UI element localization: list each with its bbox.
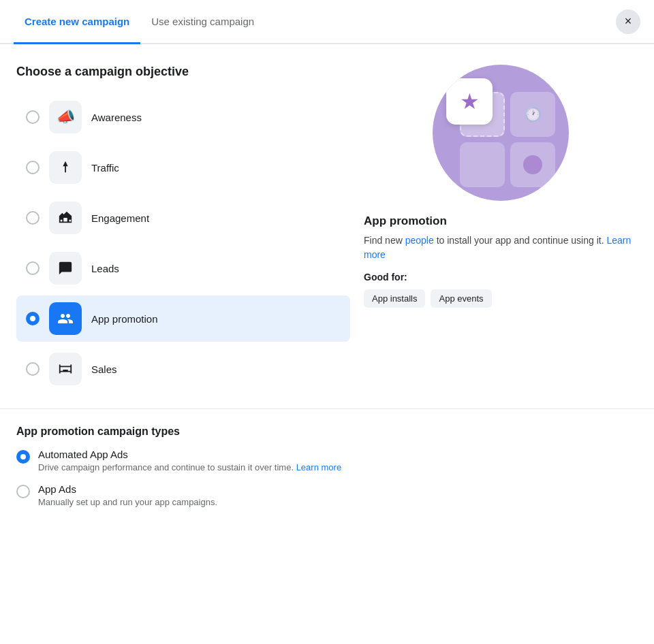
bottom-title: App promotion campaign types [16, 425, 638, 438]
objective-list: 📣 Awareness Traffic E [16, 94, 350, 392]
illustration: ★ ↓ 🕐 [433, 65, 569, 201]
illust-cell-2: 🕐 [510, 92, 555, 137]
tab-create-new[interactable]: Create new campaign [14, 0, 140, 44]
objective-app-promotion[interactable]: App promotion [16, 295, 350, 342]
promo-desc-pre: Find new [364, 235, 405, 246]
promo-desc: Find new people to install your app and … [364, 234, 638, 262]
illust-cell-3 [460, 142, 505, 187]
circle-decoration [523, 155, 542, 174]
app-promotion-icon [49, 302, 82, 335]
radio-app-promotion[interactable] [26, 312, 40, 325]
leads-icon [49, 252, 82, 285]
bottom-section: App promotion campaign types Automated A… [0, 408, 654, 538]
awareness-icon: 📣 [49, 101, 82, 133]
app-ads-text: App Ads Manually set up and run your app… [38, 483, 217, 507]
illust-card: ★ [446, 78, 493, 125]
modal-container: Create new campaign Use existing campaig… [0, 0, 654, 644]
tab-use-existing[interactable]: Use existing campaign [140, 0, 265, 44]
app-promotion-label: App promotion [91, 313, 158, 325]
illust-cell-4 [510, 142, 555, 187]
awareness-label: Awareness [91, 112, 142, 123]
traffic-icon [49, 151, 82, 184]
automated-label: Automated App Ads [38, 449, 341, 460]
tab-bar: Create new campaign Use existing campaig… [0, 0, 654, 44]
leads-label: Leads [91, 263, 119, 274]
clock-icon: 🕐 [525, 106, 542, 123]
radio-automated[interactable] [16, 450, 30, 464]
section-title: Choose a campaign objective [16, 65, 350, 79]
app-ads-label: App Ads [38, 483, 217, 495]
radio-traffic[interactable] [26, 161, 40, 174]
radio-engagement[interactable] [26, 211, 40, 225]
objective-engagement[interactable]: Engagement [16, 195, 350, 241]
automated-learn-more-link[interactable]: Learn more [296, 462, 341, 472]
automated-desc: Drive campaign performance and continue … [38, 462, 341, 472]
radio-awareness[interactable] [26, 110, 40, 124]
traffic-label: Traffic [91, 162, 119, 174]
tag-app-events: App events [431, 289, 491, 308]
radio-app-ads[interactable] [16, 485, 30, 498]
engagement-label: Engagement [91, 212, 149, 224]
good-for-title: Good for: [364, 272, 638, 283]
sales-label: Sales [91, 364, 117, 375]
campaign-type-automated[interactable]: Automated App Ads Drive campaign perform… [16, 449, 638, 472]
illust-inner: ★ ↓ 🕐 [446, 78, 555, 187]
main-content: Choose a campaign objective 📣 Awareness … [0, 44, 654, 408]
tags-container: App installs App events [364, 289, 638, 308]
app-ads-desc: Manually set up and run your app campaig… [38, 497, 217, 507]
radio-leads[interactable] [26, 261, 40, 275]
objective-sales[interactable]: Sales [16, 346, 350, 392]
promo-desc-mid: to install your app and continue using i… [434, 235, 607, 246]
sales-icon [49, 353, 82, 385]
tag-app-installs: App installs [364, 289, 425, 308]
objective-leads[interactable]: Leads [16, 245, 350, 291]
right-panel: ★ ↓ 🕐 [350, 65, 638, 392]
engagement-icon [49, 202, 82, 234]
close-button[interactable]: × [616, 10, 640, 34]
automated-desc-pre: Drive campaign performance and continue … [38, 462, 296, 472]
campaign-type-app-ads[interactable]: App Ads Manually set up and run your app… [16, 483, 638, 507]
radio-sales[interactable] [26, 362, 40, 376]
left-panel: Choose a campaign objective 📣 Awareness … [16, 65, 350, 392]
objective-awareness[interactable]: 📣 Awareness [16, 94, 350, 140]
promo-title: App promotion [364, 214, 638, 228]
automated-text: Automated App Ads Drive campaign perform… [38, 449, 341, 472]
promo-people-link[interactable]: people [405, 235, 434, 246]
objective-traffic[interactable]: Traffic [16, 144, 350, 191]
star-icon: ★ [460, 88, 480, 114]
